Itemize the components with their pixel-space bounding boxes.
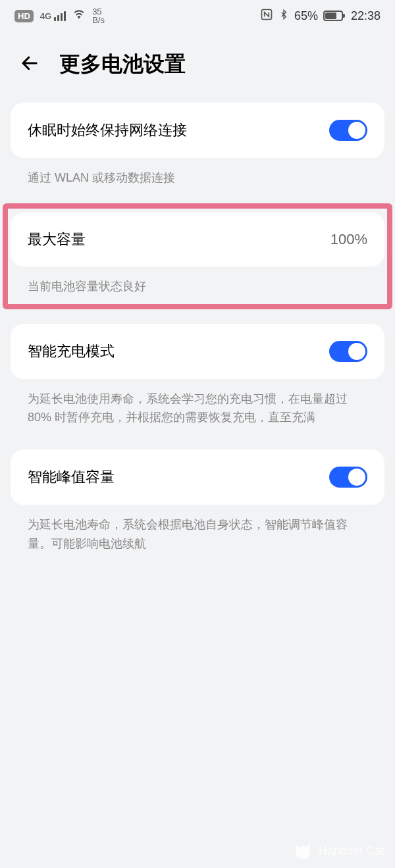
smart-peak-desc: 为延长电池寿命，系统会根据电池自身状态，智能调节峰值容量。可能影响电池续航 <box>11 505 384 569</box>
signal-icon: 4G <box>40 11 66 21</box>
page-title: 更多电池设置 <box>59 50 186 79</box>
max-capacity-highlight: 最大容量 100% 当前电池容量状态良好 <box>3 203 392 309</box>
cat-icon <box>292 840 313 861</box>
max-capacity-desc: 当前电池容量状态良好 <box>11 267 384 301</box>
smart-charge-label: 智能充电模式 <box>28 342 115 361</box>
nfc-icon <box>260 8 273 24</box>
back-button[interactable] <box>20 53 40 76</box>
max-capacity-label: 最大容量 <box>28 230 86 249</box>
status-left: HD 4G 35 B/s <box>14 7 105 24</box>
clock: 22:38 <box>351 9 381 23</box>
status-bar: HD 4G 35 B/s 65% 22:38 <box>0 0 395 32</box>
sleep-network-row[interactable]: 休眠时始终保持网络连接 <box>11 103 384 158</box>
sleep-network-label: 休眠时始终保持网络连接 <box>28 120 187 140</box>
sleep-network-toggle[interactable] <box>329 120 367 141</box>
battery-icon <box>323 11 343 21</box>
bluetooth-icon <box>278 8 289 24</box>
smart-charge-toggle[interactable] <box>329 341 367 362</box>
battery-percentage: 65% <box>294 9 318 23</box>
smart-peak-row[interactable]: 智能峰值容量 <box>11 449 384 505</box>
watermark-text: Handset Cat <box>319 844 384 858</box>
smart-peak-label: 智能峰值容量 <box>28 467 115 487</box>
content: 休眠时始终保持网络连接 通过 WLAN 或移动数据连接 最大容量 100% 当前… <box>0 92 395 580</box>
status-right: 65% 22:38 <box>260 8 381 24</box>
header: 更多电池设置 <box>0 32 395 92</box>
max-capacity-value: 100% <box>330 231 367 248</box>
hd-badge: HD <box>14 10 34 22</box>
sleep-network-desc: 通过 WLAN 或移动数据连接 <box>11 158 384 203</box>
network-speed: 35 B/s <box>92 7 105 24</box>
smart-peak-toggle[interactable] <box>329 467 367 488</box>
max-capacity-row[interactable]: 最大容量 100% <box>11 213 384 267</box>
smart-charge-row[interactable]: 智能充电模式 <box>11 324 384 379</box>
wifi-icon <box>72 8 86 24</box>
watermark: Handset Cat <box>292 840 384 861</box>
smart-charge-desc: 为延长电池使用寿命，系统会学习您的充电习惯，在电量超过 80% 时暂停充电，并根… <box>11 379 384 444</box>
